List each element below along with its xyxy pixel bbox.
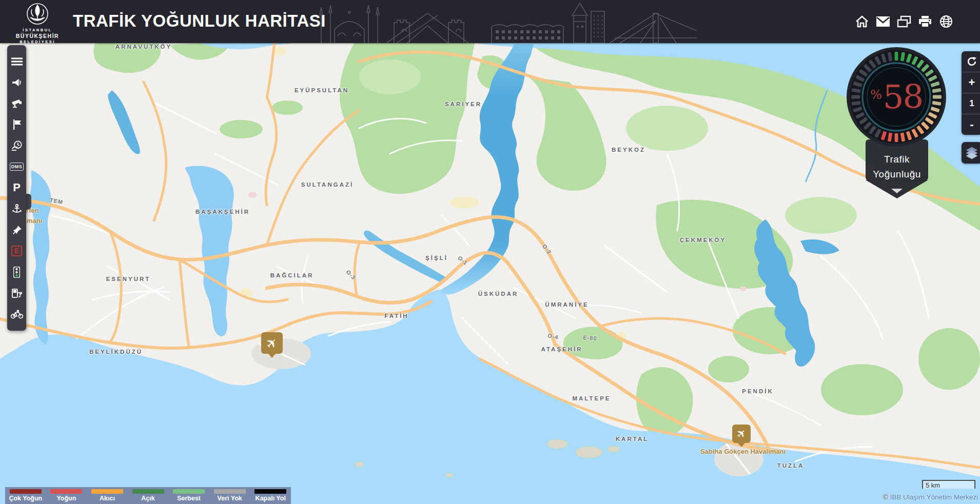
app-header: İSTANBUL BÜYÜKŞEHİR BELEDİYESİ TRAFİK YO…: [0, 0, 980, 43]
map-canvas[interactable]: [0, 0, 980, 504]
anchor-icon[interactable]: [9, 201, 25, 217]
refresh-button[interactable]: [962, 51, 980, 72]
parking-button[interactable]: P: [9, 180, 25, 195]
flag-icon[interactable]: [9, 117, 25, 132]
bicycle-icon[interactable]: [9, 307, 25, 322]
zoom-level-indicator: 1: [962, 93, 980, 114]
attribution-link[interactable]: İBB Ulaşım Yönetim Merkezi: [890, 493, 978, 501]
pushpin-icon[interactable]: [9, 223, 25, 238]
traffic-light-icon[interactable]: [9, 265, 25, 280]
menu-button[interactable]: [9, 54, 25, 69]
legend-item: Yoğun: [46, 487, 87, 504]
header-icon-bar: [855, 14, 953, 29]
legend-item: Çok Yoğun: [5, 487, 46, 504]
legend-label: Açık: [141, 495, 154, 502]
dms-button[interactable]: DMS: [9, 159, 25, 174]
home-icon[interactable]: [855, 14, 869, 29]
emergency-label: E: [11, 246, 22, 256]
legend-label: Serbest: [177, 495, 201, 502]
traffic-legend: Çok YoğunYoğunAkıcıAçıkSerbestVeri YokKa…: [5, 487, 291, 504]
attribution: © İBB Ulaşım Yönetim Merkezi: [883, 493, 978, 501]
legend-swatch: [10, 489, 42, 494]
traffic-density-gauge: [845, 46, 948, 148]
map-controls: + 1 -: [962, 51, 980, 135]
logo-line1: İSTANBUL: [9, 28, 66, 32]
basemap: [0, 0, 980, 504]
print-icon[interactable]: [918, 14, 932, 29]
scale-bar: 5 km: [922, 480, 975, 489]
legend-swatch: [173, 489, 205, 494]
globe-icon[interactable]: [939, 14, 953, 29]
legend-item: Serbest: [168, 487, 209, 504]
legend-item: Açık: [128, 487, 169, 504]
istanbul-skyline-graphic: [317, 0, 697, 43]
parking-label: P: [13, 181, 21, 194]
toolbar-sidebar: DMS P E: [7, 45, 26, 331]
travel-time-icon[interactable]: [9, 138, 25, 153]
mail-icon[interactable]: [876, 14, 890, 29]
zoom-out-button[interactable]: -: [962, 114, 980, 135]
flag-pointer-tip: [891, 189, 903, 193]
camera-icon[interactable]: [9, 96, 25, 111]
legend-swatch: [50, 489, 82, 494]
ibb-logo[interactable]: İSTANBUL BÜYÜKŞEHİR BELEDİYESİ: [9, 2, 66, 44]
layers-icon: [965, 146, 978, 159]
layers-button[interactable]: [962, 142, 980, 164]
emergency-button[interactable]: E: [9, 244, 25, 259]
gauge-caption-line1: Trafik: [866, 152, 928, 167]
legend-swatch: [132, 489, 164, 494]
legend-swatch: [254, 489, 286, 494]
dms-label: DMS: [10, 163, 24, 171]
legend-item: Kapalı Yol: [250, 487, 291, 504]
legend-item: Akıcı: [87, 487, 128, 504]
legend-label: Çok Yoğun: [9, 495, 42, 502]
ev-charging-icon[interactable]: [9, 286, 25, 301]
logo-line2: BÜYÜKŞEHİR: [9, 33, 66, 39]
legend-swatch: [214, 489, 246, 494]
zoom-in-button[interactable]: +: [962, 72, 980, 93]
windows-icon[interactable]: [897, 14, 911, 29]
legend-label: Akıcı: [100, 495, 115, 502]
legend-item: Veri Yok: [209, 487, 250, 504]
legend-label: Veri Yok: [218, 495, 242, 502]
announcements-button[interactable]: [9, 75, 25, 90]
legend-label: Yoğun: [56, 495, 76, 502]
ibb-emblem-icon: [26, 2, 49, 26]
copyright-symbol: ©: [883, 493, 888, 501]
legend-swatch: [91, 489, 123, 494]
page-title: TRAFİK YOĞUNLUK HARİTASI: [73, 11, 326, 31]
logo-line3: BELEDİYESİ: [9, 39, 66, 44]
legend-label: Kapalı Yol: [256, 495, 286, 502]
traffic-map-app: ARNAVUTKÖYEYÜPSULTANSARIYERBEYKOZSULTANG…: [0, 0, 980, 504]
